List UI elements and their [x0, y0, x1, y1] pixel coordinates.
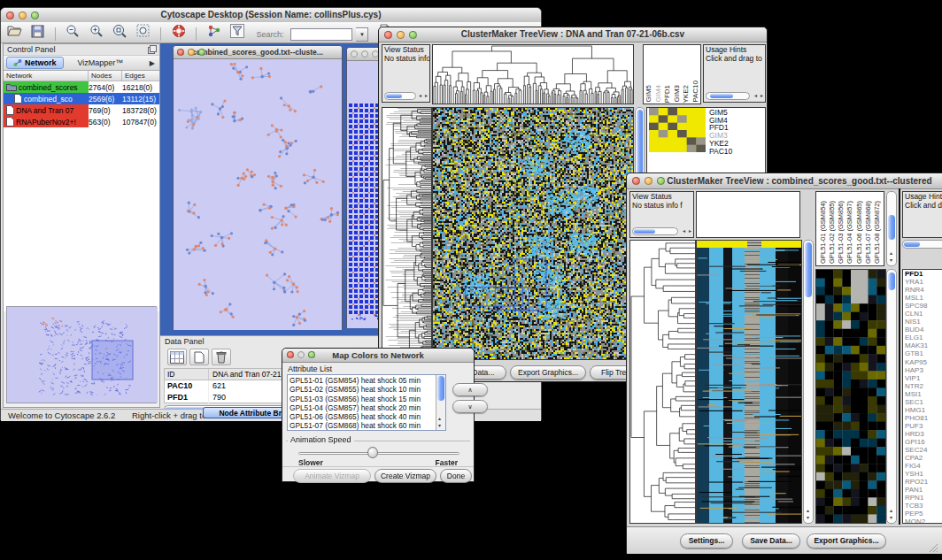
scroll-down-icon[interactable]: ▾	[890, 515, 892, 521]
done-button[interactable]: Done	[440, 469, 472, 483]
zoom-in-icon[interactable]	[87, 22, 106, 40]
gene-label[interactable]: CLN1	[903, 310, 942, 318]
minimize-icon[interactable]	[19, 12, 27, 19]
attribute-list-item[interactable]: GPL51-07 (GSM868) heat shock 60 min	[288, 421, 435, 430]
attribute-list-item[interactable]: GPL51-06 (GSM865) heat shock 40 min	[288, 412, 435, 421]
scrollbar-thumb[interactable]	[904, 242, 920, 247]
scroll-right-icon[interactable]: ▸	[761, 93, 763, 99]
gene-label[interactable]: GPI16	[903, 438, 942, 446]
view-status-hscrollbar[interactable]	[384, 92, 416, 100]
zoom-vscrollbar[interactable]: ▴ ▾	[886, 269, 897, 524]
gene-label[interactable]: TCB3	[903, 502, 942, 510]
gene-label[interactable]: SEC24	[903, 446, 942, 454]
column-header-nodes[interactable]: Nodes	[89, 71, 122, 81]
gene-label[interactable]: YSH1	[903, 470, 942, 478]
network-row-rnapuber[interactable]: RNAPuberNov2+! 563(0) 107847(0)	[4, 116, 159, 127]
gene-label[interactable]: SEC1	[903, 398, 942, 406]
filter-icon[interactable]	[228, 22, 247, 40]
zoom-heatmap-canvas[interactable]	[816, 270, 885, 523]
gene-label[interactable]: HMG1	[903, 406, 942, 414]
scrollbar-thumb[interactable]	[710, 94, 733, 98]
tab-overflow-arrow[interactable]: ▶	[150, 59, 155, 67]
tab-vizmapper[interactable]: VizMapper™	[73, 58, 129, 68]
close-icon[interactable]	[384, 31, 392, 39]
scroll-down-icon[interactable]: ▾	[438, 423, 441, 429]
save-icon[interactable]	[27, 23, 47, 41]
gene-label[interactable]: PHO81	[903, 414, 942, 422]
view-status-hscrollbar[interactable]	[632, 227, 678, 235]
network-row-selected[interactable]: combined_sco 2569(6) 13112(15)	[4, 93, 159, 104]
close-icon[interactable]	[351, 50, 358, 58]
settings-button[interactable]: Settings...	[680, 533, 733, 548]
speed-slider-thumb[interactable]	[367, 447, 378, 458]
scroll-up-icon[interactable]: ▴	[438, 416, 441, 422]
zoom-heatmap-canvas[interactable]	[649, 108, 706, 152]
scroll-down-icon[interactable]: ▾	[807, 515, 809, 521]
network-overview-canvas[interactable]	[7, 307, 158, 403]
table-mode-icon[interactable]	[167, 349, 187, 365]
save-data-button[interactable]: Save Data...	[742, 533, 800, 548]
network-graph-canvas[interactable]	[174, 59, 342, 330]
gene-label[interactable]: PAN1	[903, 486, 942, 494]
gene-label[interactable]: NTR2	[903, 382, 942, 390]
minimize-icon[interactable]	[645, 177, 652, 185]
gene-label[interactable]: ELG1	[903, 334, 942, 341]
gene-label[interactable]: NIS1	[903, 318, 942, 326]
attribute-list-item[interactable]: GPL51-04 (GSM857) heat shock 20 min	[288, 403, 435, 412]
gene-label[interactable]: MSI1	[903, 390, 942, 398]
zoom-window-icon[interactable]	[409, 31, 417, 39]
scrollbar-thumb[interactable]	[888, 215, 895, 240]
scroll-left-icon[interactable]: ◂	[754, 93, 757, 99]
gene-label[interactable]: RPO21	[903, 478, 942, 486]
main-titlebar[interactable]: Cytoscape Desktop (Session Name: collins…	[1, 8, 541, 23]
gene-label[interactable]: SPC98	[903, 302, 942, 310]
scroll-left-icon[interactable]: ◂	[419, 93, 421, 99]
column-header-network[interactable]: Network	[4, 71, 89, 81]
network-row-combined-scores[interactable]: combined_scores 2764(0) 16218(0)	[4, 81, 159, 93]
network-overview-panel[interactable]	[6, 306, 157, 403]
move-down-button[interactable]: ∨	[452, 400, 488, 413]
network-settings-icon[interactable]	[205, 22, 224, 40]
scrollbar-thumb[interactable]	[437, 376, 444, 401]
zoom-window-icon[interactable]	[657, 177, 665, 185]
table-header-id[interactable]: ID	[165, 369, 209, 380]
gene-label[interactable]: HAP3	[903, 366, 942, 374]
zoom-fit-icon[interactable]	[134, 22, 153, 40]
gene-label[interactable]: MON2	[903, 518, 942, 524]
gene-label[interactable]: GTB1	[903, 349, 942, 357]
row-dendrogram-canvas[interactable]	[630, 241, 695, 523]
tab-network[interactable]: Network	[6, 57, 64, 69]
usage-hints-hscrollbar[interactable]	[902, 240, 942, 249]
zoom-window-icon[interactable]	[198, 49, 205, 56]
treeview2-titlebar[interactable]: ClusterMaker TreeView : combined_scores_…	[627, 173, 942, 189]
close-icon[interactable]	[6, 12, 14, 19]
zoom-window-icon[interactable]	[31, 12, 39, 19]
scrollbar-thumb[interactable]	[805, 242, 812, 297]
gene-label[interactable]: KAP95	[903, 358, 942, 366]
zoom-window-icon[interactable]	[308, 351, 315, 358]
create-vizmap-button[interactable]: Create Vizmap	[374, 469, 436, 483]
gene-label[interactable]: PEP5	[903, 510, 942, 518]
dialog-titlebar[interactable]: Map Colors to Network	[282, 349, 474, 363]
gene-label[interactable]: PFD1	[903, 270, 942, 278]
treeview1-titlebar[interactable]: ClusterMaker TreeView : DNA and Tran 07-…	[379, 27, 767, 42]
gene-label[interactable]: PUF3	[903, 422, 942, 430]
animate-vizmap-button[interactable]: Animate Vizmap	[293, 469, 371, 483]
scroll-up-icon[interactable]: ▴	[890, 250, 892, 257]
speed-slider-track[interactable]	[298, 452, 459, 455]
gene-label[interactable]: VIP1	[903, 374, 942, 382]
global-heatmap-canvas[interactable]	[697, 241, 801, 523]
list-vscrollbar[interactable]: ▴ ▾	[436, 375, 445, 430]
zoom-selected-icon[interactable]	[110, 22, 129, 40]
column-dendrogram-canvas[interactable]	[433, 45, 633, 104]
column-labels-vscrollbar[interactable]: ▴ ▾	[886, 191, 897, 266]
column-dendrogram-area[interactable]	[696, 191, 800, 238]
help-lifebuoy-icon[interactable]	[169, 22, 189, 40]
export-graphics-button[interactable]: Export Graphics...	[807, 533, 886, 548]
search-dropdown-arrow-icon[interactable]: ▼	[356, 27, 368, 42]
scroll-right-icon[interactable]: ▸	[689, 228, 691, 234]
scroll-up-icon[interactable]: ▴	[807, 508, 809, 514]
close-icon[interactable]	[632, 177, 640, 185]
minimize-icon[interactable]	[361, 50, 368, 58]
attribute-list-item[interactable]: GPL51-01 (GSM854) heat shock 05 min	[288, 376, 435, 385]
